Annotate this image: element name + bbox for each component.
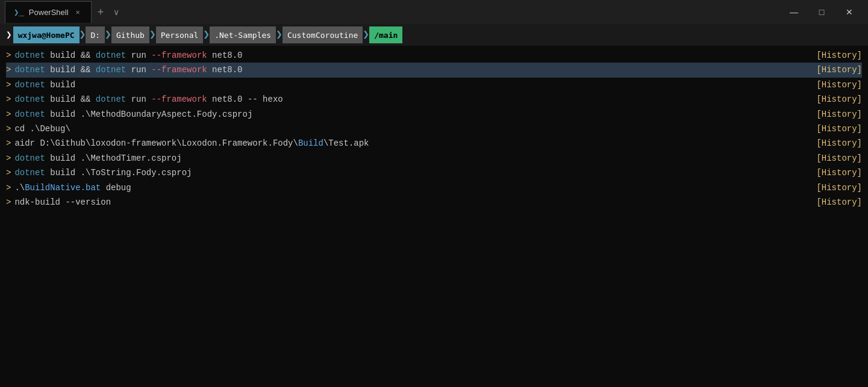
terminal-line: >dotnet build && dotnet run --framework … (6, 48, 862, 63)
history-badge[interactable]: [History] (816, 63, 862, 76)
powershell-tab[interactable]: ❯_ PowerShell ✕ (5, 1, 92, 23)
prompt-custom: CustomCoroutine (283, 26, 363, 43)
prompt-gt-icon: > (6, 49, 11, 62)
terminal-line: >aidr D:\Github\loxodon-framework\Loxodo… (6, 136, 862, 150)
command-text: dotnet build && dotnet run --framework n… (14, 49, 242, 62)
terminal-content[interactable]: >dotnet build && dotnet run --framework … (0, 46, 868, 387)
command-text: ndk-build --version (14, 196, 111, 209)
new-tab-button[interactable]: + (92, 1, 110, 23)
command-text: dotnet build .\MethodTimer.csproj (14, 152, 181, 165)
history-badge[interactable]: [History] (816, 152, 862, 165)
prompt-gt-icon: > (6, 166, 11, 179)
history-badge[interactable]: [History] (816, 196, 862, 209)
command-text: aidr D:\Github\loxodon-framework\Loxodon… (14, 137, 369, 150)
prompt-gt-icon: > (6, 137, 11, 150)
minimize-button[interactable]: — (780, 0, 808, 24)
title-bar-left: ❯_ PowerShell ✕ + ∨ (5, 1, 123, 23)
prompt-gt-icon: > (6, 181, 11, 194)
title-bar-right: — □ ✕ (780, 0, 863, 24)
command-text: dotnet build && dotnet run --framework n… (14, 93, 283, 106)
arrow-3: ❯ (149, 26, 156, 43)
history-badge[interactable]: [History] (816, 49, 862, 62)
prompt-gt-icon: > (6, 122, 11, 135)
history-badge[interactable]: [History] (816, 122, 862, 135)
history-badge[interactable]: [History] (816, 93, 862, 106)
terminal-line: >dotnet build && dotnet run --framework … (6, 92, 862, 107)
prompt-dotnet: .Net-Samples (210, 26, 276, 43)
arrow-2: ❯ (105, 26, 111, 43)
prompt-gt-icon: > (6, 78, 11, 91)
arrow-4: ❯ (203, 26, 210, 43)
history-badge[interactable]: [History] (816, 108, 862, 121)
prompt-bar: ❯ wxjwa@HomePC ❯ D: ❯ Github ❯ Personal … (0, 24, 868, 46)
command-text: dotnet build && dotnet run --framework n… (14, 63, 242, 76)
powershell-icon: ❯_ (14, 7, 24, 17)
terminal-window: ❯_ PowerShell ✕ + ∨ — □ ✕ ❯ wxjwa@HomePC… (0, 0, 868, 387)
prompt-arrow-icon: ❯ (6, 29, 12, 41)
tab-close-button[interactable]: ✕ (73, 7, 83, 18)
maximize-button[interactable]: □ (808, 0, 835, 24)
command-text: dotnet build .\ToString.Fody.csproj (14, 166, 192, 179)
terminal-line: >dotnet build .\ToString.Fody.csproj[His… (6, 166, 862, 180)
command-text: .\BuildNative.bat debug (14, 181, 131, 194)
terminal-line: >dotnet build && dotnet run --framework … (6, 63, 862, 77)
terminal-line: >dotnet build .\MethodBoundaryAspect.Fod… (6, 107, 862, 122)
prompt-gt-icon: > (6, 196, 11, 209)
command-text: cd .\Debug\ (14, 122, 70, 135)
terminal-line: >.\BuildNative.bat debug[History] (6, 181, 862, 195)
prompt-branch: /main (369, 26, 402, 43)
prompt-gt-icon: > (6, 152, 11, 165)
dropdown-button[interactable]: ∨ (110, 1, 123, 23)
arrow-5: ❯ (276, 26, 283, 43)
close-button[interactable]: ✕ (835, 0, 863, 24)
prompt-drive: D: (86, 26, 105, 43)
command-text: dotnet build .\MethodBoundaryAspect.Fody… (14, 108, 252, 121)
history-badge[interactable]: [History] (816, 78, 862, 91)
prompt-gt-icon: > (6, 63, 11, 76)
terminal-line: >dotnet build .\MethodTimer.csproj[Histo… (6, 151, 862, 166)
tab-title: PowerShell (29, 8, 69, 17)
prompt-user: wxjwa@HomePC (13, 26, 80, 43)
arrow-6: ❯ (363, 26, 369, 43)
history-badge[interactable]: [History] (816, 166, 862, 179)
prompt-personal: Personal (156, 26, 204, 43)
prompt-github: Github (111, 26, 149, 43)
terminal-line: >ndk-build --version[History] (6, 195, 862, 209)
command-text: dotnet build (14, 78, 75, 91)
terminal-line: >cd .\Debug\[History] (6, 122, 862, 136)
prompt-gt-icon: > (6, 108, 11, 121)
history-badge[interactable]: [History] (816, 137, 862, 150)
arrow-1: ❯ (80, 26, 86, 43)
title-bar: ❯_ PowerShell ✕ + ∨ — □ ✕ (0, 0, 868, 24)
history-badge[interactable]: [History] (816, 181, 862, 194)
prompt-gt-icon: > (6, 93, 11, 106)
terminal-line: >dotnet build[History] (6, 78, 862, 92)
